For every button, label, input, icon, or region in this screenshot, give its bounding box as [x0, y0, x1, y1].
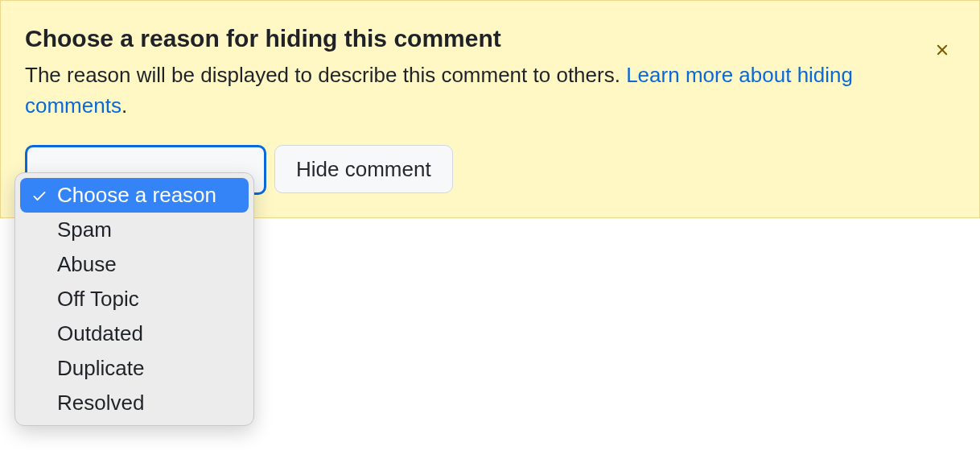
dropdown-option-label: Spam [57, 217, 241, 242]
dropdown-option-label: Duplicate [57, 356, 241, 381]
dropdown-option-label: Abuse [57, 252, 241, 277]
hide-comment-button[interactable]: Hide comment [274, 145, 453, 193]
dropdown-option-label: Resolved [57, 391, 241, 416]
dropdown-option-abuse[interactable]: Abuse [20, 247, 249, 282]
dropdown-option-resolved[interactable]: Resolved [20, 386, 249, 420]
dropdown-option-outdated[interactable]: Outdated [20, 316, 249, 351]
alert-description-suffix: . [121, 93, 127, 118]
dropdown-option-spam[interactable]: Spam [20, 213, 249, 247]
dropdown-option-label: Outdated [57, 321, 241, 346]
dropdown-option-placeholder[interactable]: Choose a reason [20, 178, 249, 213]
reason-dropdown[interactable]: Choose a reason Spam Abuse Off Topic Out… [14, 172, 254, 426]
close-button[interactable] [931, 39, 953, 62]
dropdown-option-label: Off Topic [57, 287, 241, 312]
alert-description-text: The reason will be displayed to describe… [25, 63, 626, 87]
dropdown-option-off-topic[interactable]: Off Topic [20, 282, 249, 316]
close-icon [933, 41, 951, 61]
dropdown-option-label: Choose a reason [57, 183, 241, 208]
alert-title: Choose a reason for hiding this comment [25, 25, 955, 52]
dropdown-option-duplicate[interactable]: Duplicate [20, 351, 249, 386]
check-icon [28, 188, 51, 204]
alert-description: The reason will be displayed to describe… [25, 60, 955, 121]
